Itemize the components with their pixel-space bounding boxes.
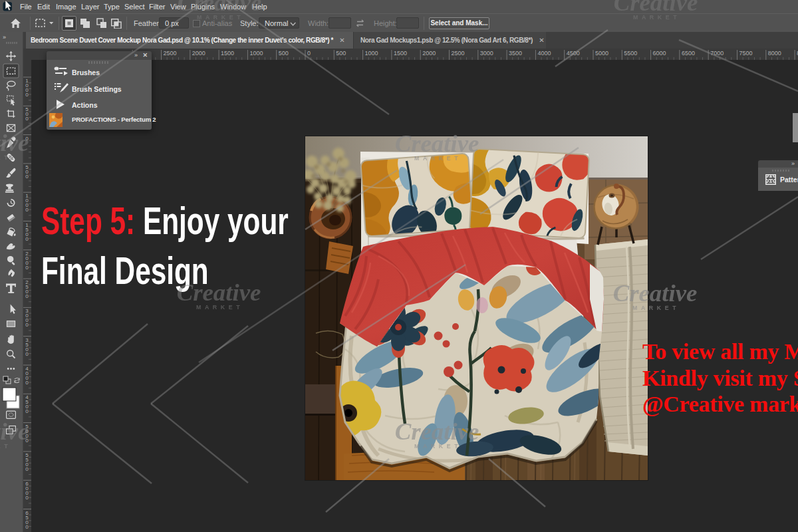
svg-text:0: 0 [25,351,29,357]
svg-text:0: 0 [25,265,29,271]
svg-text:2500: 2500 [452,50,465,57]
svg-text:2000: 2000 [192,50,205,57]
svg-text:0: 0 [25,322,29,328]
svg-text:500: 500 [336,50,346,57]
svg-text:500: 500 [279,50,289,57]
svg-text:3500: 3500 [509,50,522,57]
svg-text:6500: 6500 [682,50,695,57]
svg-text:0: 0 [25,408,29,414]
svg-text:7000: 7000 [710,50,724,57]
svg-text:0: 0 [25,438,29,444]
svg-text:0: 0 [25,466,29,472]
svg-text:0: 0 [25,236,29,242]
svg-text:8000: 8000 [768,50,781,57]
svg-text:0: 0 [25,207,29,213]
svg-text:4000: 4000 [537,50,551,57]
svg-text:1000: 1000 [249,50,263,57]
svg-text:1500: 1500 [394,50,407,57]
svg-text:2500: 2500 [164,50,177,57]
svg-text:0: 0 [25,380,29,386]
svg-text:7500: 7500 [739,50,753,57]
svg-text:4500: 4500 [567,50,580,57]
svg-text:1500: 1500 [221,50,234,57]
svg-text:1000: 1000 [365,50,378,57]
svg-text:0: 0 [25,136,29,142]
svg-text:»: » [3,34,6,41]
svg-text:0: 0 [25,116,29,122]
svg-text:0: 0 [25,293,29,299]
svg-text:2000: 2000 [422,50,436,57]
svg-text:6000: 6000 [653,50,666,57]
svg-text:0: 0 [25,174,29,180]
svg-text:5500: 5500 [624,50,637,57]
svg-text:0: 0 [25,495,29,501]
svg-text:MARKET: MARKET [196,304,243,311]
svg-text:5000: 5000 [595,50,608,57]
svg-text:0: 0 [25,92,29,98]
svg-text:0: 0 [25,524,29,530]
svg-text:0: 0 [307,50,311,57]
svg-text:3000: 3000 [480,50,493,57]
